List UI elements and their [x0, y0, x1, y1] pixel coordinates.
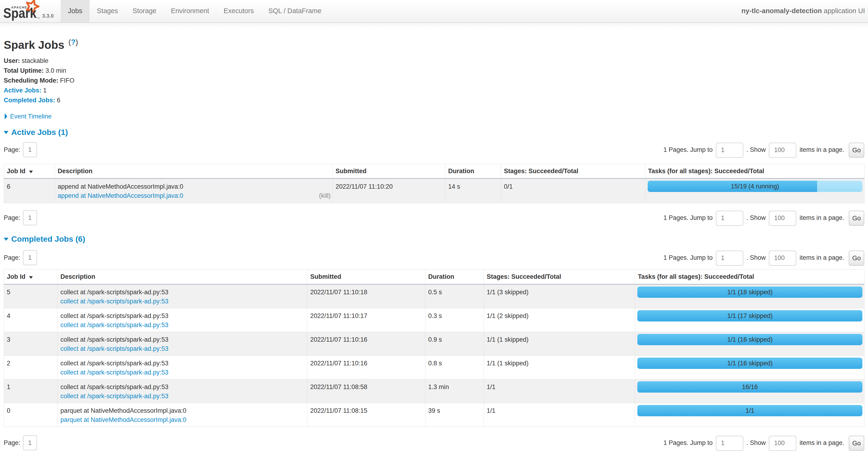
svg-text:TM: TM — [37, 17, 40, 19]
svg-text:3.3.0: 3.3.0 — [42, 13, 54, 19]
svg-text:Spark: Spark — [3, 5, 37, 21]
